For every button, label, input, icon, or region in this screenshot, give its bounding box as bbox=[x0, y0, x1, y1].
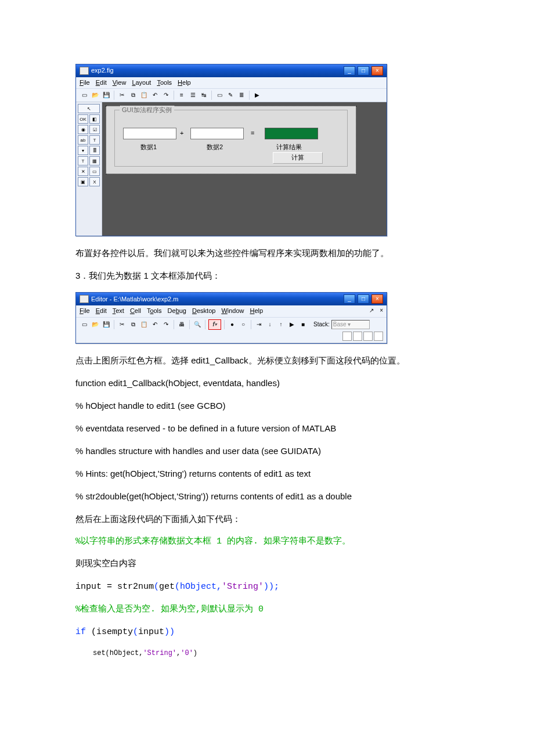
paste-icon[interactable]: 📋 bbox=[139, 91, 149, 100]
editor-maximize-button[interactable]: □ bbox=[358, 294, 369, 304]
radio-tool[interactable]: ◉ bbox=[78, 125, 88, 134]
emenu-help[interactable]: Help bbox=[250, 307, 264, 315]
slider-tool[interactable]: ◧ bbox=[89, 114, 100, 124]
panel-tool[interactable]: ▭ bbox=[89, 167, 100, 176]
emenu-file[interactable]: File bbox=[80, 307, 90, 315]
plus-label: + bbox=[180, 129, 183, 138]
align-icon[interactable]: ≡ bbox=[177, 91, 186, 100]
guide-title-text: exp2.fig bbox=[91, 66, 114, 75]
pushbutton-tool[interactable]: OK bbox=[78, 114, 88, 124]
tabord-icon[interactable]: ↹ bbox=[199, 91, 208, 100]
listbox-tool[interactable]: ≣ bbox=[89, 146, 100, 155]
cut-icon[interactable]: ✂ bbox=[117, 320, 127, 329]
emenu-tools[interactable]: Tools bbox=[147, 307, 162, 315]
form-panel[interactable]: GUI加法程序实例 + = 数据1 数据2 计算结果 计算 bbox=[114, 110, 348, 167]
editor-menubar: File Edit Text Cell Tools Debug Desktop … bbox=[76, 305, 387, 317]
code-fn: function edit1_Callback(hObject, eventda… bbox=[75, 377, 459, 389]
guide-window: exp2.fig _ □ × File Edit View Layout Too… bbox=[75, 64, 387, 236]
open-file-icon[interactable]: 📂 bbox=[91, 320, 100, 329]
result-output bbox=[265, 128, 318, 139]
redo-icon[interactable]: ↷ bbox=[161, 320, 171, 329]
axes-tool[interactable]: ✕ bbox=[78, 167, 88, 176]
stack-dropdown[interactable]: Base ▾ bbox=[331, 320, 370, 329]
gui-form[interactable]: GUI加法程序实例 + = 数据1 数据2 计算结果 计算 bbox=[106, 106, 356, 174]
menu-help[interactable]: Help bbox=[178, 78, 191, 87]
equals-label: = bbox=[251, 129, 254, 138]
data2-input[interactable] bbox=[190, 128, 244, 139]
dock-icon[interactable]: ↗ bbox=[369, 307, 374, 315]
redo-icon[interactable]: ↷ bbox=[161, 91, 171, 100]
save-icon[interactable]: 💾 bbox=[102, 91, 111, 100]
inspector-icon[interactable]: ≣ bbox=[237, 91, 246, 100]
code-line-input: input = str2num(get(hObject,'String')); bbox=[75, 581, 459, 593]
menu-edit[interactable]: Edit bbox=[96, 78, 107, 87]
popup-tool[interactable]: ▾ bbox=[78, 146, 88, 155]
calc-button[interactable]: 计算 bbox=[273, 152, 323, 164]
pointer-tool[interactable]: ↖ bbox=[78, 104, 100, 113]
close-button[interactable]: × bbox=[371, 66, 383, 75]
paragraph-4: 然后在上面这段代码的下面插入如下代码： bbox=[75, 513, 459, 525]
guide-body: ↖ OK ◧ ◉ ☑ ab T ▾ ≣ T ▦ ✕ ▭ ▣ X GUI加法程序实… bbox=[76, 102, 387, 236]
menu-view[interactable]: View bbox=[113, 78, 127, 87]
print-icon[interactable]: 🖶 bbox=[177, 320, 186, 329]
panel-title: GUI加法程序实例 bbox=[120, 106, 174, 114]
maximize-button[interactable]: □ bbox=[358, 66, 369, 75]
continue-icon[interactable]: ▶ bbox=[287, 320, 297, 329]
open-icon[interactable]: 📂 bbox=[91, 91, 100, 100]
step-icon[interactable]: ⇥ bbox=[254, 320, 264, 329]
data1-input[interactable] bbox=[123, 128, 176, 139]
plain-line-1: 则现实空白内容 bbox=[75, 558, 459, 570]
functions-button[interactable]: f▾ bbox=[208, 319, 221, 330]
table-tool[interactable]: ▦ bbox=[89, 156, 100, 165]
save-file-icon[interactable]: 💾 bbox=[102, 320, 111, 329]
buttongroup-tool[interactable]: ▣ bbox=[78, 177, 88, 186]
step-out-icon[interactable]: ↑ bbox=[276, 320, 286, 329]
guide-toolbar: ▭ 📂 💾 ✂ ⧉ 📋 ↶ ↷ ≡ ☰ ↹ ▭ ✎ ≣ ▶ bbox=[76, 89, 387, 102]
code-c3: % handles structure with handles and use… bbox=[75, 445, 459, 457]
run-icon[interactable]: ▶ bbox=[252, 91, 262, 100]
new-file-icon[interactable]: ▭ bbox=[80, 320, 89, 329]
emenu-window[interactable]: Window bbox=[221, 307, 244, 315]
cut-icon[interactable]: ✂ bbox=[117, 91, 127, 100]
emenu-debug[interactable]: Debug bbox=[168, 307, 186, 315]
editor-app-icon bbox=[80, 295, 89, 303]
copy-icon[interactable]: ⧉ bbox=[128, 91, 138, 100]
mfile-editor-icon[interactable]: ✎ bbox=[226, 91, 235, 100]
toggle-tool[interactable]: T bbox=[78, 156, 88, 165]
code-line-set: set(hObject,'String','0') bbox=[75, 649, 459, 658]
minimize-button[interactable]: _ bbox=[344, 66, 355, 75]
emenu-desktop[interactable]: Desktop bbox=[192, 307, 215, 315]
copy-icon[interactable]: ⧉ bbox=[128, 320, 138, 329]
editor-titlebar: Editor - E:\Matlab\work\exp2.m _ □ × bbox=[76, 293, 387, 305]
menu-layout[interactable]: Layout bbox=[132, 78, 151, 87]
menued-icon[interactable]: ☰ bbox=[188, 91, 197, 100]
find-icon[interactable]: 🔍 bbox=[193, 320, 202, 329]
breakpoint-set-icon[interactable]: ● bbox=[228, 320, 237, 329]
stop-icon[interactable]: ■ bbox=[298, 320, 308, 329]
code-c5: % str2double(get(hObject,'String')) retu… bbox=[75, 490, 459, 502]
activex-tool[interactable]: X bbox=[89, 177, 100, 186]
guide-titlebar: exp2.fig _ □ × bbox=[76, 64, 387, 77]
paste-icon[interactable]: 📋 bbox=[139, 320, 149, 329]
emenu-text[interactable]: Text bbox=[113, 307, 124, 315]
emenu-cell[interactable]: Cell bbox=[130, 307, 141, 315]
step-in-icon[interactable]: ↓ bbox=[265, 320, 275, 329]
edit-tool[interactable]: ab bbox=[78, 135, 88, 145]
breakpoint-clear-icon[interactable]: ○ bbox=[239, 320, 248, 329]
toolbar-ed-icon[interactable]: ▭ bbox=[215, 91, 224, 100]
editor-minimize-button[interactable]: _ bbox=[344, 294, 355, 304]
undo-icon[interactable]: ↶ bbox=[150, 91, 160, 100]
window-layout-buttons[interactable] bbox=[342, 332, 383, 341]
guide-canvas[interactable]: GUI加法程序实例 + = 数据1 数据2 计算结果 计算 bbox=[102, 102, 387, 236]
close-doc-icon[interactable]: × bbox=[380, 307, 383, 315]
menu-file[interactable]: File bbox=[80, 78, 90, 87]
green-comment-1: %以字符串的形式来存储数据文本框 1 的内容. 如果字符串不是数字。 bbox=[75, 535, 459, 548]
menu-tools[interactable]: Tools bbox=[157, 78, 172, 87]
green-comment-2: %检查输入是否为空. 如果为空,则默认显示为 0 bbox=[75, 603, 459, 615]
new-icon[interactable]: ▭ bbox=[80, 91, 89, 100]
editor-close-button[interactable]: × bbox=[371, 294, 383, 304]
undo-icon[interactable]: ↶ bbox=[150, 320, 160, 329]
emenu-edit[interactable]: Edit bbox=[96, 307, 107, 315]
checkbox-tool[interactable]: ☑ bbox=[89, 125, 100, 134]
text-tool[interactable]: T bbox=[89, 135, 100, 145]
